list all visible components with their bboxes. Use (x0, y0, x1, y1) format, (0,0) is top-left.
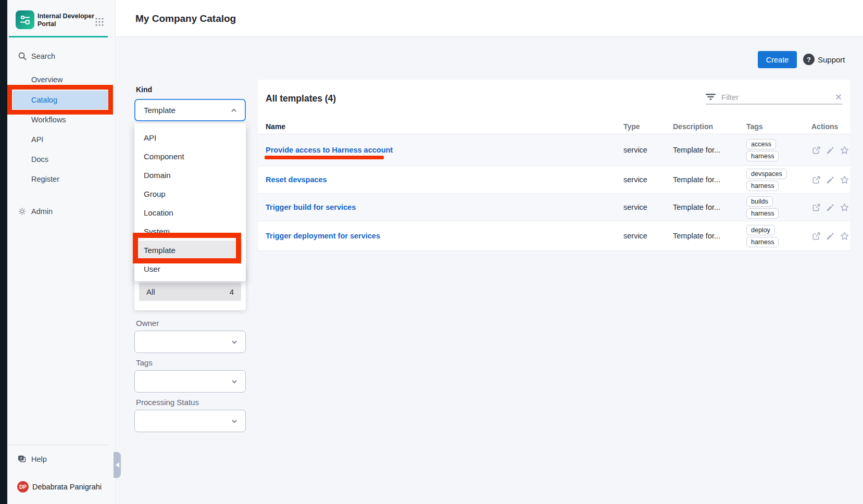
processing-status-label: Processing Status (136, 398, 199, 407)
open-in-new-icon[interactable] (811, 175, 821, 185)
edit-icon[interactable] (826, 203, 835, 212)
tags-cell: devspacesharness (746, 169, 811, 191)
column-header-type: Type (623, 122, 673, 131)
description-cell: Template for... (673, 146, 746, 154)
kind-select-value: Template (144, 106, 176, 115)
open-in-new-icon[interactable] (811, 203, 821, 212)
support-link[interactable]: Support (818, 55, 845, 64)
open-in-new-icon[interactable] (811, 231, 821, 241)
description-cell: Template for... (673, 203, 746, 211)
tag-chip: harness (746, 208, 779, 219)
owner-select[interactable] (134, 331, 246, 353)
table-filter (706, 90, 843, 105)
open-in-new-icon[interactable] (811, 145, 821, 155)
annotation-box-template-option (133, 233, 241, 263)
facet-label: All (146, 287, 155, 296)
table-header-row: Name Type Description Tags Actions (258, 119, 851, 134)
templates-card-title: All templates (4) (266, 93, 336, 104)
column-header-tags: Tags (746, 122, 811, 131)
table-row: Trigger build for services service Templ… (258, 194, 851, 221)
description-cell: Template for... (673, 175, 746, 184)
description-cell: Template for... (673, 232, 746, 240)
apps-grid-icon[interactable] (95, 17, 104, 27)
edit-icon[interactable] (826, 175, 835, 185)
chevron-down-icon (231, 378, 238, 385)
kind-option-api[interactable]: API (134, 128, 246, 147)
type-cell: service (623, 232, 673, 240)
svg-text:?: ? (20, 456, 22, 461)
question-mark-icon[interactable]: ? (803, 54, 815, 65)
clear-filter-icon[interactable] (834, 93, 843, 101)
kind-label: Kind (136, 85, 152, 94)
left-dark-rail (0, 0, 7, 504)
page-header: My Company Catalog (116, 0, 863, 37)
help-label: Help (31, 455, 47, 463)
star-icon[interactable] (840, 175, 849, 185)
star-icon[interactable] (840, 231, 849, 241)
create-button[interactable]: Create (758, 51, 797, 68)
template-name-link[interactable]: Provide access to Harness account (266, 146, 393, 154)
table-row: Trigger deployment for services service … (258, 221, 851, 250)
owner-label: Owner (136, 319, 159, 327)
kind-option-domain[interactable]: Domain (134, 166, 246, 184)
facet-all-row[interactable]: All 4 (139, 283, 241, 301)
tag-chip: harness (746, 151, 779, 161)
actions-cell (811, 175, 849, 185)
tag-chip: harness (746, 181, 779, 191)
sidebar-item-docs[interactable]: Docs (7, 150, 116, 169)
sidebar-item-register[interactable]: Register (7, 170, 116, 188)
actions-cell (811, 145, 849, 155)
column-header-actions: Actions (811, 122, 843, 131)
template-name-link[interactable]: Trigger deployment for services (266, 232, 380, 240)
tag-chip: deploy (746, 225, 775, 235)
chevron-down-icon (231, 338, 238, 346)
sidebar-footer-divider (9, 445, 108, 445)
tag-chip: harness (746, 237, 779, 247)
admin-label: Admin (31, 207, 53, 216)
tags-cell: buildsharness (746, 196, 811, 219)
user-name: Debabrata Panigrahi (32, 483, 102, 491)
type-cell: service (623, 203, 673, 211)
kind-option-component[interactable]: Component (134, 147, 246, 166)
kind-select[interactable]: Template (134, 99, 246, 121)
edit-icon[interactable] (826, 145, 835, 155)
sidebar-item-admin[interactable]: Admin (7, 202, 116, 221)
type-cell: service (623, 146, 673, 154)
templates-card: All templates (4) Name Type Description … (258, 80, 851, 250)
sidebar-item-api[interactable]: API (7, 130, 116, 149)
portal-logo-icon (16, 10, 34, 29)
search-label: Search (31, 52, 55, 60)
search-icon (18, 52, 27, 61)
collapse-sidebar-handle[interactable] (114, 452, 121, 478)
edit-icon[interactable] (826, 231, 835, 241)
kind-option-group[interactable]: Group (134, 184, 246, 203)
template-name-link[interactable]: Trigger build for services (266, 203, 356, 211)
chevron-down-icon (231, 418, 238, 425)
sidebar-help[interactable]: ? Help (7, 450, 116, 469)
table-body: Provide access to Harness account servic… (258, 134, 851, 250)
tags-cell: deployharness (746, 225, 811, 247)
tags-cell: accessharness (746, 139, 811, 161)
page-title: My Company Catalog (135, 13, 236, 24)
annotation-box-catalog (7, 85, 113, 115)
tag-chip: builds (746, 196, 773, 207)
kind-option-location[interactable]: Location (134, 203, 246, 222)
actions-cell (811, 203, 849, 212)
gear-icon (18, 207, 27, 216)
sidebar: Internal Developer Portal Search Overvie… (7, 0, 116, 504)
template-name-link[interactable]: Reset devspaces (266, 175, 327, 184)
sidebar-search[interactable]: Search (7, 47, 116, 66)
collapse-arrow-icon (116, 462, 119, 468)
tags-select[interactable] (134, 370, 246, 393)
table-row: Reset devspaces service Template for... … (258, 166, 851, 194)
actions-cell (811, 231, 849, 241)
star-icon[interactable] (840, 203, 849, 212)
filter-input[interactable] (721, 93, 834, 102)
user-avatar[interactable]: DP (17, 481, 29, 493)
star-icon[interactable] (840, 145, 849, 155)
tag-chip: devspaces (746, 169, 787, 179)
table-row: Provide access to Harness account servic… (258, 134, 851, 166)
column-header-name: Name (266, 122, 623, 131)
processing-status-select[interactable] (134, 410, 246, 432)
brand-divider (9, 36, 108, 37)
